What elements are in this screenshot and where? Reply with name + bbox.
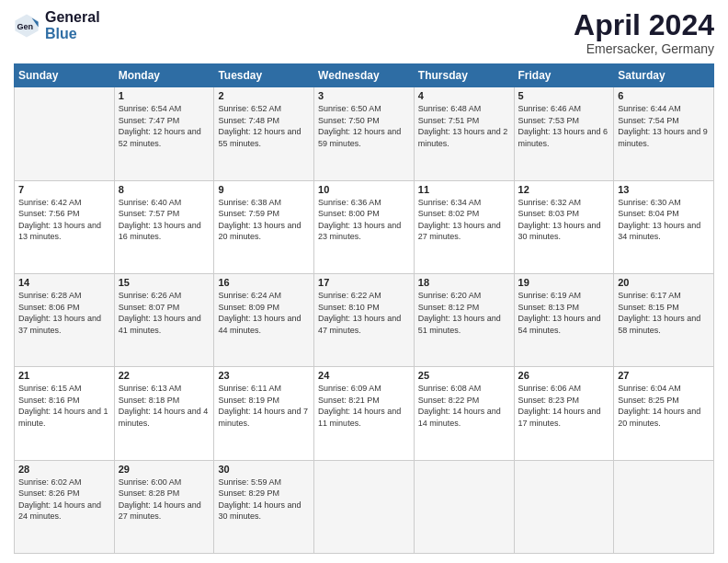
weekday-header-row: Sunday Monday Tuesday Wednesday Thursday… <box>15 64 714 87</box>
header-tuesday: Tuesday <box>214 64 314 87</box>
day-number: 12 <box>518 184 610 195</box>
calendar-cell: 24Sunrise: 6:09 AMSunset: 8:21 PMDayligh… <box>314 367 415 460</box>
calendar-cell: 17Sunrise: 6:22 AMSunset: 8:10 PMDayligh… <box>314 273 415 366</box>
calendar-cell: 29Sunrise: 6:00 AMSunset: 8:28 PMDayligh… <box>114 460 214 553</box>
calendar-cell: 18Sunrise: 6:20 AMSunset: 8:12 PMDayligh… <box>414 273 514 366</box>
day-info: Sunrise: 6:44 AMSunset: 7:54 PMDaylight:… <box>618 103 710 149</box>
calendar-week-5: 28Sunrise: 6:02 AMSunset: 8:26 PMDayligh… <box>15 460 714 553</box>
logo-blue-text: Blue <box>45 26 100 42</box>
day-info: Sunrise: 6:11 AMSunset: 8:19 PMDaylight:… <box>218 383 310 429</box>
logo: Gen General Blue <box>14 9 100 41</box>
day-number: 4 <box>418 90 510 101</box>
calendar-cell: 5Sunrise: 6:46 AMSunset: 7:53 PMDaylight… <box>514 87 614 180</box>
calendar-cell: 3Sunrise: 6:50 AMSunset: 7:50 PMDaylight… <box>314 87 415 180</box>
day-number: 15 <box>119 277 210 288</box>
header-sunday: Sunday <box>15 64 115 87</box>
day-info: Sunrise: 6:28 AMSunset: 8:06 PMDaylight:… <box>18 290 110 336</box>
logo-general-text: General <box>45 9 100 26</box>
day-info: Sunrise: 6:46 AMSunset: 7:53 PMDaylight:… <box>518 103 610 149</box>
calendar-cell: 14Sunrise: 6:28 AMSunset: 8:06 PMDayligh… <box>15 273 115 366</box>
day-info: Sunrise: 6:00 AMSunset: 8:28 PMDaylight:… <box>119 477 210 523</box>
calendar-cell <box>414 460 514 553</box>
calendar-cell: 6Sunrise: 6:44 AMSunset: 7:54 PMDaylight… <box>614 87 714 180</box>
day-info: Sunrise: 6:40 AMSunset: 7:57 PMDaylight:… <box>119 197 210 243</box>
calendar-week-2: 7Sunrise: 6:42 AMSunset: 7:56 PMDaylight… <box>15 180 714 273</box>
day-info: Sunrise: 6:20 AMSunset: 8:12 PMDaylight:… <box>418 290 510 336</box>
day-number: 30 <box>218 464 310 475</box>
day-info: Sunrise: 6:34 AMSunset: 8:02 PMDaylight:… <box>418 197 510 243</box>
day-number: 29 <box>119 464 210 475</box>
calendar-cell: 10Sunrise: 6:36 AMSunset: 8:00 PMDayligh… <box>314 180 415 273</box>
day-number: 11 <box>418 184 510 195</box>
day-info: Sunrise: 6:06 AMSunset: 8:23 PMDaylight:… <box>518 383 610 429</box>
day-info: Sunrise: 6:38 AMSunset: 7:59 PMDaylight:… <box>218 197 310 243</box>
day-info: Sunrise: 6:08 AMSunset: 8:22 PMDaylight:… <box>418 383 510 429</box>
location: Emersacker, Germany <box>574 41 714 56</box>
day-info: Sunrise: 6:26 AMSunset: 8:07 PMDaylight:… <box>119 290 210 336</box>
day-info: Sunrise: 6:02 AMSunset: 8:26 PMDaylight:… <box>18 477 110 523</box>
day-number: 2 <box>218 90 310 101</box>
calendar-cell <box>614 460 714 553</box>
calendar-cell: 2Sunrise: 6:52 AMSunset: 7:48 PMDaylight… <box>214 87 314 180</box>
day-number: 6 <box>618 90 710 101</box>
day-number: 1 <box>119 90 210 101</box>
calendar-cell: 9Sunrise: 6:38 AMSunset: 7:59 PMDaylight… <box>214 180 314 273</box>
calendar-cell: 1Sunrise: 6:54 AMSunset: 7:47 PMDaylight… <box>114 87 214 180</box>
day-number: 23 <box>218 370 310 381</box>
day-number: 20 <box>618 277 710 288</box>
header: Gen General Blue April 2024 Emersacker, … <box>14 9 714 56</box>
day-number: 8 <box>119 184 210 195</box>
calendar-cell: 13Sunrise: 6:30 AMSunset: 8:04 PMDayligh… <box>614 180 714 273</box>
day-info: Sunrise: 6:15 AMSunset: 8:16 PMDaylight:… <box>18 383 110 429</box>
calendar-cell: 28Sunrise: 6:02 AMSunset: 8:26 PMDayligh… <box>15 460 115 553</box>
header-monday: Monday <box>114 64 214 87</box>
calendar-cell: 15Sunrise: 6:26 AMSunset: 8:07 PMDayligh… <box>114 273 214 366</box>
day-number: 18 <box>418 277 510 288</box>
day-number: 10 <box>318 184 410 195</box>
day-info: Sunrise: 6:04 AMSunset: 8:25 PMDaylight:… <box>618 383 710 429</box>
calendar-cell: 4Sunrise: 6:48 AMSunset: 7:51 PMDaylight… <box>414 87 514 180</box>
header-saturday: Saturday <box>614 64 714 87</box>
day-number: 17 <box>318 277 410 288</box>
day-number: 21 <box>18 370 110 381</box>
svg-text:Gen: Gen <box>17 21 34 30</box>
day-info: Sunrise: 6:36 AMSunset: 8:00 PMDaylight:… <box>318 197 410 243</box>
calendar-cell: 20Sunrise: 6:17 AMSunset: 8:15 PMDayligh… <box>614 273 714 366</box>
calendar-cell: 16Sunrise: 6:24 AMSunset: 8:09 PMDayligh… <box>214 273 314 366</box>
day-info: Sunrise: 6:52 AMSunset: 7:48 PMDaylight:… <box>218 103 310 149</box>
calendar-header: Sunday Monday Tuesday Wednesday Thursday… <box>15 64 714 87</box>
day-info: Sunrise: 6:17 AMSunset: 8:15 PMDaylight:… <box>618 290 710 336</box>
header-wednesday: Wednesday <box>314 64 415 87</box>
header-thursday: Thursday <box>414 64 514 87</box>
calendar-cell: 23Sunrise: 6:11 AMSunset: 8:19 PMDayligh… <box>214 367 314 460</box>
day-info: Sunrise: 6:32 AMSunset: 8:03 PMDaylight:… <box>518 197 610 243</box>
calendar-cell: 25Sunrise: 6:08 AMSunset: 8:22 PMDayligh… <box>414 367 514 460</box>
logo-icon: Gen <box>14 13 40 39</box>
calendar-week-1: 1Sunrise: 6:54 AMSunset: 7:47 PMDaylight… <box>15 87 714 180</box>
calendar-cell <box>514 460 614 553</box>
calendar-cell: 30Sunrise: 5:59 AMSunset: 8:29 PMDayligh… <box>214 460 314 553</box>
day-number: 24 <box>318 370 410 381</box>
day-number: 19 <box>518 277 610 288</box>
day-number: 22 <box>119 370 210 381</box>
calendar-cell <box>15 87 115 180</box>
day-info: Sunrise: 6:48 AMSunset: 7:51 PMDaylight:… <box>418 103 510 149</box>
calendar-cell: 26Sunrise: 6:06 AMSunset: 8:23 PMDayligh… <box>514 367 614 460</box>
calendar-cell: 27Sunrise: 6:04 AMSunset: 8:25 PMDayligh… <box>614 367 714 460</box>
day-number: 16 <box>218 277 310 288</box>
logo-text: General Blue <box>45 9 100 41</box>
calendar-cell: 7Sunrise: 6:42 AMSunset: 7:56 PMDaylight… <box>15 180 115 273</box>
calendar: Sunday Monday Tuesday Wednesday Thursday… <box>14 63 714 554</box>
day-info: Sunrise: 6:24 AMSunset: 8:09 PMDaylight:… <box>218 290 310 336</box>
day-info: Sunrise: 6:19 AMSunset: 8:13 PMDaylight:… <box>518 290 610 336</box>
page: Gen General Blue April 2024 Emersacker, … <box>0 0 728 563</box>
day-number: 13 <box>618 184 710 195</box>
calendar-week-3: 14Sunrise: 6:28 AMSunset: 8:06 PMDayligh… <box>15 273 714 366</box>
calendar-cell <box>314 460 415 553</box>
day-number: 27 <box>618 370 710 381</box>
calendar-cell: 8Sunrise: 6:40 AMSunset: 7:57 PMDaylight… <box>114 180 214 273</box>
day-number: 26 <box>518 370 610 381</box>
calendar-cell: 11Sunrise: 6:34 AMSunset: 8:02 PMDayligh… <box>414 180 514 273</box>
calendar-cell: 12Sunrise: 6:32 AMSunset: 8:03 PMDayligh… <box>514 180 614 273</box>
day-number: 28 <box>18 464 110 475</box>
